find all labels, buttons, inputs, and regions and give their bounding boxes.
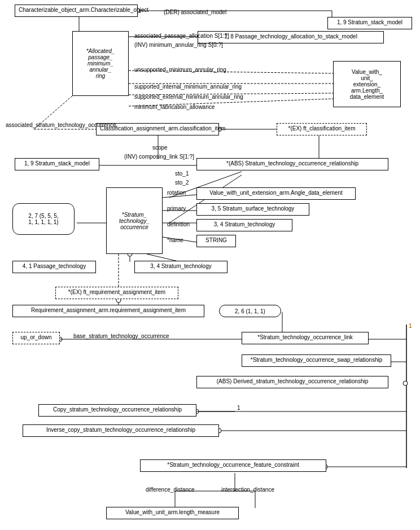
svg-point-36	[403, 381, 408, 386]
stratum-tech-occ-box: *Stratum_technology_occurrence	[106, 187, 163, 254]
stratum-surface-box: 3, 5 Stratum_surface_technology	[196, 203, 309, 216]
assoc-stratum-label: associated_stratum_technology_occurrence	[6, 122, 116, 128]
inv-copy-rel-box: Inverse_copy_stratum_technology_occurren…	[23, 424, 219, 437]
value-with-unit-box: Value_with_unit_extension_arm.Length_dat…	[333, 61, 401, 107]
diff-dist-label: difference_distance	[146, 487, 195, 493]
uml-diagram: 1 Characterizable_object_arm.Characteriz…	[0, 0, 420, 530]
alloc-passage-box: *Allocated_passage_minimum_annular_ring	[72, 31, 129, 96]
value-length-box: Value_with_unit_arm.length_measure	[106, 507, 239, 519]
angle-data-box: Value_with_unit_extension_arm.Angle_data…	[196, 187, 356, 200]
ft-class-item-box: *(EX) ft_classification_item	[277, 123, 367, 135]
rotation-label: rotation	[167, 190, 186, 196]
min-fab-label: minimum_fabrication_allowance	[134, 104, 215, 110]
base-stratum-label: base_stratum_technology_occurrence	[73, 333, 169, 339]
inv-min-label: (INV) minimum_annular_ring S[0:?]	[134, 42, 223, 48]
multiplicity-box: 2, 7 (5, 5, 5,1, 1, 1, 1, 1)	[12, 203, 75, 235]
alloc-passage-label: *Allocated_passage_minimum_annular_ring	[86, 48, 115, 79]
definition-label: definition	[167, 221, 190, 227]
scope-label: scope	[152, 144, 168, 151]
supported-int-label: supported_internal_minimum_annular_ring	[134, 84, 242, 90]
assoc-passage-label: associated_passage_allocation S[1:?]	[134, 33, 229, 39]
name-label: *name	[167, 237, 183, 243]
inv-comp-label: (INV) composing_link S[1:?]	[124, 154, 194, 160]
stratum-stack2-box: 1, 9 Stratum_stack_model	[15, 158, 99, 170]
req-assign-box: Requirement_assignment_arm.requirement_a…	[12, 305, 204, 317]
passage-tech-box: 4, 1 Passage_technology	[12, 261, 96, 273]
intersect-dist-label: intersection_distance	[221, 487, 274, 493]
stratum-occ-link-box: *Stratum_technology_occurrence_link	[242, 332, 369, 344]
stratum-occ-label: *Stratum_technology_occurrence	[119, 212, 150, 230]
abs-stratum-rel-box: *(ABS) Stratum_technology_occurrence_rel…	[196, 158, 388, 170]
unsupported-label: unsupported_minimum_annular_ring	[134, 67, 226, 73]
multiplicity-label: 2, 7 (5, 5, 5,1, 1, 1, 1, 1)	[28, 213, 58, 225]
sto2-label: sto_2	[175, 179, 189, 186]
stratum-stack-box: 1, 9 Stratum_stack_model	[327, 17, 412, 29]
der-assoc-label: (DER) associated_model	[164, 9, 226, 15]
supported-ext-label: supported_external_minimum_annular_ring	[134, 94, 243, 100]
one-label: 1	[409, 323, 412, 329]
char-obj-box: Characterizable_object_arm.Characterizab…	[15, 5, 138, 17]
value-unit-label: Value_with_unit_extension_arm.Length_dat…	[350, 69, 384, 100]
sto1-label: sto_1	[175, 170, 189, 177]
string-box: STRING	[196, 235, 236, 247]
primary-label: primary	[167, 205, 186, 212]
multiplicity2-box: 2, 6 (1, 1, 1)	[219, 305, 281, 317]
up-or-down-box: up_or_down	[12, 332, 60, 344]
svg-text:1: 1	[237, 405, 240, 411]
copy-rel-box: Copy_stratum_technology_occurrence_relat…	[38, 404, 196, 417]
stratum-feature-box: *Stratum_technology_occurrence_feature_c…	[140, 459, 326, 472]
stratum-occ-swap-box: *Stratum_technology_occurrence_swap_rela…	[242, 354, 391, 367]
abs-derived-box: (ABS) Derived_stratum_technology_occurre…	[196, 376, 388, 388]
stratum-tech2-box: 3, 4 Stratum_technology	[134, 261, 228, 273]
ft-req-box: *(EX) ft_requirement_assignment_item	[55, 287, 178, 299]
stratum-tech-box: 3, 4 Stratum_technology	[196, 219, 292, 231]
